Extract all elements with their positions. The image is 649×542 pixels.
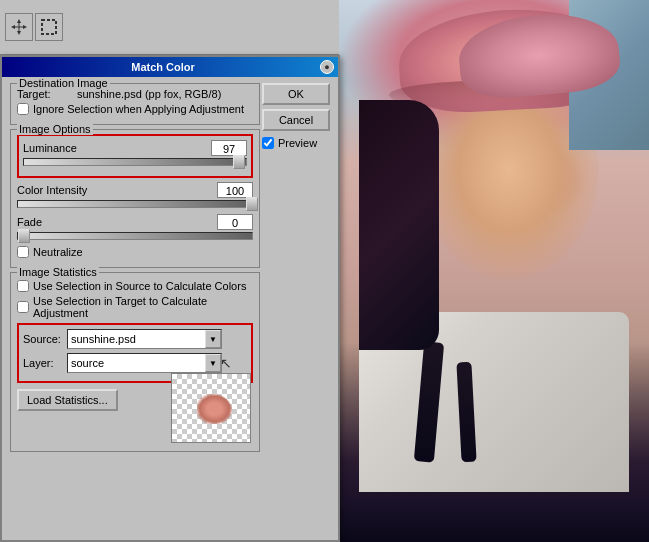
color-intensity-row: Color Intensity 100 — [17, 182, 253, 208]
neutralize-checkbox[interactable] — [17, 246, 29, 258]
use-selection-target-row: Use Selection in Target to Calculate Adj… — [17, 295, 253, 319]
luminance-value[interactable]: 97 — [211, 140, 247, 156]
cancel-button[interactable]: Cancel — [262, 109, 330, 131]
use-selection-source-checkbox[interactable] — [17, 280, 29, 292]
ignore-selection-row: Ignore Selection when Applying Adjustmen… — [17, 103, 253, 115]
target-value: sunshine.psd (pp fox, RGB/8) — [77, 88, 221, 100]
svg-rect-0 — [42, 20, 56, 34]
dialog-title: Match Color — [6, 61, 320, 73]
preview-row: Preview — [262, 137, 332, 149]
select-tool-icon[interactable] — [35, 13, 63, 41]
target-row: Target: sunshine.psd (pp fox, RGB/8) — [17, 88, 253, 100]
destination-image-group: Destination Image Target: sunshine.psd (… — [10, 83, 260, 125]
fade-label: Fade — [17, 216, 42, 228]
color-intensity-label: Color Intensity — [17, 184, 87, 196]
close-button[interactable]: ● — [320, 60, 334, 74]
dialog-body: OK Cancel Preview Destination Image Targ… — [2, 77, 338, 540]
source-row: Source: sunshine.psd ▼ — [23, 329, 247, 349]
preview-label: Preview — [278, 137, 317, 149]
layer-dropdown-value: source — [68, 357, 205, 369]
luminance-slider[interactable] — [23, 158, 247, 166]
thumbnail-preview — [171, 373, 251, 443]
luminance-row: Luminance 97 — [23, 140, 247, 166]
fade-thumb[interactable] — [18, 229, 30, 243]
background-photo — [339, 0, 649, 542]
color-intensity-thumb[interactable] — [246, 197, 258, 211]
target-label: Target: — [17, 88, 77, 100]
dialog-actions: OK Cancel Preview — [262, 83, 332, 149]
luminance-header: Luminance 97 — [23, 140, 247, 156]
ps-toolbar — [0, 0, 340, 55]
layer-dropdown-inner[interactable]: source ▼ — [67, 353, 222, 373]
ignore-selection-label: Ignore Selection when Applying Adjustmen… — [33, 103, 244, 115]
layer-dropdown-wrapper[interactable]: source ▼ ↖ — [67, 353, 222, 373]
move-tool-icon[interactable] — [5, 13, 33, 41]
fade-value[interactable]: 0 — [217, 214, 253, 230]
ok-button[interactable]: OK — [262, 83, 330, 105]
fade-slider[interactable] — [17, 232, 253, 240]
source-dropdown-wrapper[interactable]: sunshine.psd ▼ — [67, 329, 222, 349]
layer-label: Layer: — [23, 357, 63, 369]
color-intensity-header: Color Intensity 100 — [17, 182, 253, 198]
source-label: Source: — [23, 333, 63, 345]
use-selection-source-row: Use Selection in Source to Calculate Col… — [17, 280, 253, 292]
image-options-label: Image Options — [17, 123, 93, 135]
luminance-highlight-box: Luminance 97 — [17, 134, 253, 178]
preview-checkbox[interactable] — [262, 137, 274, 149]
luminance-label: Luminance — [23, 142, 77, 154]
load-statistics-button[interactable]: Load Statistics... — [17, 389, 118, 411]
fade-header: Fade 0 — [17, 214, 253, 230]
destination-image-label: Destination Image — [17, 77, 110, 89]
luminance-thumb[interactable] — [233, 155, 245, 169]
image-statistics-group: Image Statistics Use Selection in Source… — [10, 272, 260, 452]
layer-row: Layer: source ▼ ↖ — [23, 353, 247, 373]
ignore-selection-checkbox[interactable] — [17, 103, 29, 115]
image-options-group: Image Options Luminance 97 — [10, 129, 260, 268]
image-statistics-label: Image Statistics — [17, 266, 99, 278]
neutralize-row: Neutralize — [17, 246, 253, 258]
dialog-titlebar: Match Color ● — [2, 57, 338, 77]
source-dropdown-value: sunshine.psd — [68, 333, 205, 345]
match-color-dialog: Match Color ● OK Cancel Preview Destinat… — [0, 55, 340, 542]
use-selection-source-label: Use Selection in Source to Calculate Col… — [33, 280, 246, 292]
source-dropdown-arrow[interactable]: ▼ — [205, 330, 221, 348]
neutralize-label: Neutralize — [33, 246, 83, 258]
layer-dropdown-arrow[interactable]: ▼ — [205, 354, 221, 372]
color-intensity-value[interactable]: 100 — [217, 182, 253, 198]
use-selection-target-checkbox[interactable] — [17, 301, 29, 313]
color-intensity-slider[interactable] — [17, 200, 253, 208]
dialog-main-content: Destination Image Target: sunshine.psd (… — [10, 83, 260, 456]
cursor-indicator: ↖ — [220, 355, 232, 371]
fade-row: Fade 0 — [17, 214, 253, 240]
use-selection-target-label: Use Selection in Target to Calculate Adj… — [33, 295, 253, 319]
